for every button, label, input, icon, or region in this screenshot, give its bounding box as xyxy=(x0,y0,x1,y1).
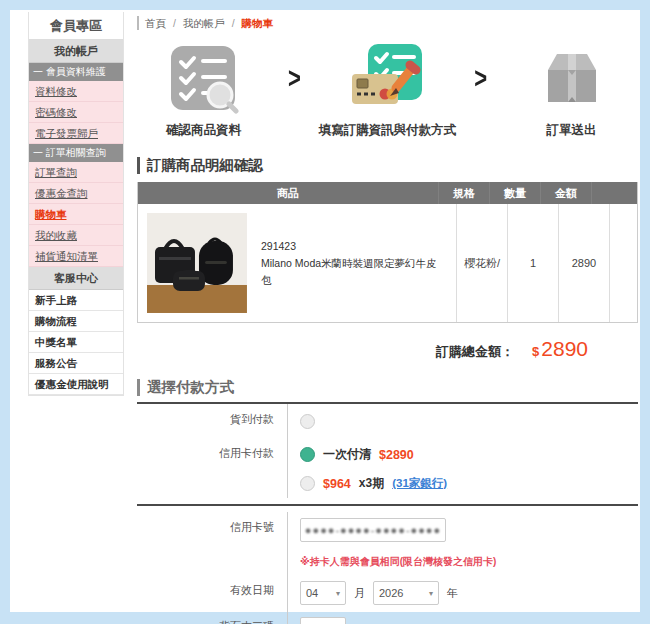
installment-periods: x3期 xyxy=(359,475,384,492)
col-empty xyxy=(591,182,637,204)
pay-in-full-radio[interactable] xyxy=(300,447,315,462)
order-table: 商品 規格 數量 金額 xyxy=(137,182,638,323)
order-total-label: 訂購總金額： xyxy=(436,343,514,361)
cvv-row: 背面末三碼 xyxy=(137,611,638,624)
order-table-header: 商品 規格 數量 金額 xyxy=(138,182,637,204)
sidebar-item-announcements[interactable]: 服務公告 xyxy=(29,353,123,374)
sidebar-item-beginner-guide[interactable]: 新手上路 xyxy=(29,290,123,311)
breadcrumb-separator: / xyxy=(232,17,235,29)
pay-in-full-amount: $2890 xyxy=(379,448,414,462)
card-number-label: 信用卡號 xyxy=(137,512,287,535)
package-box-icon xyxy=(536,42,608,114)
cvv-label: 背面末三碼 xyxy=(137,611,287,624)
product-cell: 291423 Milano Moda米蘭時裝週限定夢幻牛皮包 xyxy=(138,204,456,322)
sidebar: 會員專區 我的帳戶 一 會員資料維護 資料修改 密碼修改 電子發票歸戶 一 訂單… xyxy=(28,12,124,396)
year-unit: 年 xyxy=(447,586,458,601)
divider xyxy=(137,504,638,506)
col-spec: 規格 xyxy=(438,182,489,204)
sidebar-item-profile-edit[interactable]: 資料修改 xyxy=(29,81,123,102)
credit-card-label: 信用卡付款 xyxy=(137,438,287,461)
breadcrumb: 首頁 / 我的帳戶 / 購物車 xyxy=(137,16,638,30)
credit-card-row: 信用卡付款 一次付清 $2890 $964 x3期 (31家銀行) xyxy=(137,438,638,498)
breadcrumb-separator: / xyxy=(173,17,176,29)
sidebar-section-member-data: 一 會員資料維護 xyxy=(29,63,123,81)
product-code: 291423 xyxy=(261,238,447,255)
order-total: 訂購總金額： $2890 xyxy=(137,337,638,361)
spec-cell: 櫻花粉/ xyxy=(456,204,507,322)
pay-in-full-option: 一次付清 $2890 xyxy=(300,446,447,463)
arrow-right-icon: > xyxy=(474,62,487,96)
expiry-row: 有效日期 04 ▾ 月 2026 ▾ 年 xyxy=(137,575,638,611)
sidebar-item-coupon-instructions[interactable]: 優惠金使用說明 xyxy=(29,374,123,395)
cvv-input[interactable] xyxy=(300,617,346,624)
pay-in-full-label: 一次付清 xyxy=(323,446,371,463)
cod-row: 貨到付款 xyxy=(137,404,638,438)
sidebar-item-winners-list[interactable]: 中獎名單 xyxy=(29,332,123,353)
installment-radio[interactable] xyxy=(300,476,315,491)
sidebar-section-order-query: 一 訂單相關查詢 xyxy=(29,144,123,162)
col-qty: 數量 xyxy=(489,182,540,204)
amount-cell: 2890 xyxy=(558,204,609,322)
sidebar-item-favorites[interactable]: 我的收藏 xyxy=(29,225,123,246)
breadcrumb-home[interactable]: 首頁 xyxy=(145,17,166,29)
expiry-label: 有效日期 xyxy=(137,575,287,598)
expiry-month-value: 04 xyxy=(306,587,318,599)
card-number-value: ●●●●-●●●●-●●●●-●●●● xyxy=(305,524,441,536)
installment-amount: $964 xyxy=(323,477,351,491)
sidebar-item-service-center[interactable]: 客服中心 xyxy=(29,267,123,290)
sidebar-item-cart[interactable]: 購物車 xyxy=(29,204,123,225)
expiry-year-select[interactable]: 2026 ▾ xyxy=(373,581,439,605)
currency-symbol: $ xyxy=(532,344,539,359)
cod-radio[interactable] xyxy=(300,414,315,429)
main-content: 首頁 / 我的帳戶 / 購物車 確認商品資料 xyxy=(137,10,638,624)
cod-label: 貨到付款 xyxy=(137,404,287,427)
order-detail-title: 訂購商品明細確認 xyxy=(137,157,638,174)
step-fill-payment: 填寫訂購資訊與付款方式 xyxy=(319,42,457,139)
product-name[interactable]: Milano Moda米蘭時裝週限定夢幻牛皮包 xyxy=(261,255,447,289)
chevron-down-icon: ▾ xyxy=(429,589,433,598)
sidebar-item-coupon-query[interactable]: 優惠金查詢 xyxy=(29,183,123,204)
step-confirm-products: 確認商品資料 xyxy=(137,42,270,139)
sidebar-item-restock-list[interactable]: 補貨通知清單 xyxy=(29,246,123,267)
total-value: 2890 xyxy=(541,337,588,360)
breadcrumb-my-account[interactable]: 我的帳戶 xyxy=(183,17,225,29)
order-table-row: 291423 Milano Moda米蘭時裝週限定夢幻牛皮包 櫻花粉/ 1 28… xyxy=(138,204,637,322)
checkout-steps: 確認商品資料 > 填寫 xyxy=(137,42,638,139)
sidebar-title: 會員專區 xyxy=(29,12,123,40)
card-number-row: 信用卡號 ●●●●-●●●●-●●●●-●●●● ※持卡人需與會員相同(限台灣核… xyxy=(137,512,638,575)
arrow-right-icon: > xyxy=(288,62,301,96)
card-holder-note: ※持卡人需與會員相同(限台灣核發之信用卡) xyxy=(300,550,496,569)
sidebar-item-einvoice[interactable]: 電子發票歸戶 xyxy=(29,123,123,144)
installment-option: $964 x3期 (31家銀行) xyxy=(300,475,447,492)
checklist-magnifier-icon xyxy=(167,42,239,114)
step-label: 確認商品資料 xyxy=(166,122,241,139)
expiry-month-select[interactable]: 04 ▾ xyxy=(300,581,346,605)
step-label: 填寫訂購資訊與付款方式 xyxy=(319,122,457,139)
sidebar-item-shopping-flow[interactable]: 購物流程 xyxy=(29,311,123,332)
month-unit: 月 xyxy=(354,586,365,601)
breadcrumb-cart: 購物車 xyxy=(242,17,274,29)
product-info: 291423 Milano Moda米蘭時裝週限定夢幻牛皮包 xyxy=(261,238,447,289)
content-panel: 會員專區 我的帳戶 一 會員資料維護 資料修改 密碼修改 電子發票歸戶 一 訂單… xyxy=(10,10,640,612)
product-image-handbags xyxy=(147,213,247,313)
step-label: 訂單送出 xyxy=(547,122,597,139)
expiry-year-value: 2026 xyxy=(379,587,403,599)
payment-method-title: 選擇付款方式 xyxy=(137,379,638,396)
empty-cell xyxy=(609,204,637,322)
checklist-creditcard-pencil-icon xyxy=(352,42,424,114)
sidebar-item-order-query[interactable]: 訂單查詢 xyxy=(29,162,123,183)
sidebar-item-password-edit[interactable]: 密碼修改 xyxy=(29,102,123,123)
qty-cell: 1 xyxy=(507,204,558,322)
sidebar-item-my-account[interactable]: 我的帳戶 xyxy=(29,40,123,63)
chevron-down-icon: ▾ xyxy=(336,589,340,598)
step-order-submit: 訂單送出 xyxy=(505,42,638,139)
order-total-amount: $2890 xyxy=(532,337,588,361)
banks-link[interactable]: (31家銀行) xyxy=(392,476,447,491)
card-number-input[interactable]: ●●●●-●●●●-●●●●-●●●● xyxy=(300,518,446,542)
payment-form: 貨到付款 信用卡付款 一次付清 $2890 xyxy=(137,404,638,624)
col-product: 商品 xyxy=(138,182,438,204)
col-amount: 金額 xyxy=(540,182,591,204)
